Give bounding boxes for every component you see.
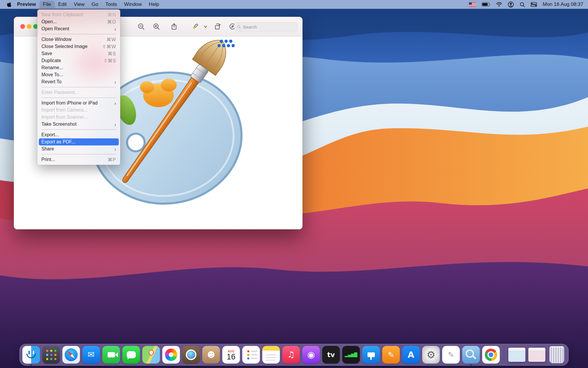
dock-item-tv[interactable]: tv bbox=[322, 346, 340, 364]
menu-item-close-selected-image[interactable]: Close Selected Image⇧⌘W bbox=[39, 43, 119, 50]
menu-item-share[interactable]: Share› bbox=[39, 145, 119, 152]
menu-item-label: Close Window bbox=[41, 37, 71, 42]
search-input[interactable] bbox=[242, 24, 295, 30]
user-icon[interactable] bbox=[508, 1, 514, 8]
menu-item-label: Enter Password... bbox=[41, 90, 78, 95]
dock-item-textedit[interactable]: ✎ bbox=[442, 346, 460, 364]
dock-separator bbox=[504, 347, 504, 363]
window-2-icon bbox=[528, 348, 545, 362]
dock-item-window-1[interactable] bbox=[508, 346, 526, 364]
dock-item-podcasts[interactable]: ◉ bbox=[302, 346, 320, 364]
rotate-left-button[interactable] bbox=[213, 21, 223, 32]
marker-style-chevron[interactable] bbox=[203, 25, 208, 29]
pages-icon: ✎ bbox=[382, 346, 400, 364]
dock-item-music[interactable]: ♫ bbox=[282, 346, 300, 364]
highlight-marker-icon bbox=[191, 23, 199, 30]
menu-item-print[interactable]: Print...⌘P bbox=[39, 156, 119, 163]
tv-glyph: tv bbox=[327, 352, 335, 358]
battery-icon[interactable] bbox=[482, 2, 490, 6]
dock-item-mail[interactable]: ✉ bbox=[82, 346, 100, 364]
dock-item-messages[interactable] bbox=[122, 346, 140, 364]
dock-item-calendar[interactable]: AUG16 bbox=[222, 346, 240, 364]
menubar-menu-view[interactable]: View bbox=[70, 1, 88, 8]
menu-item-export[interactable]: Export... bbox=[39, 131, 119, 138]
dock-item-photo-booth[interactable] bbox=[182, 346, 200, 364]
menu-item-rename[interactable]: Rename... bbox=[39, 64, 119, 71]
menu-item-move-to[interactable]: Move To... bbox=[39, 71, 119, 78]
wifi-icon[interactable] bbox=[496, 2, 502, 7]
menu-item-duplicate[interactable]: Duplicate⇧⌘S bbox=[39, 57, 119, 64]
menubar-menu-window[interactable]: Window bbox=[121, 1, 145, 8]
dock-item-facetime[interactable] bbox=[102, 346, 120, 364]
dock-item-trash[interactable] bbox=[548, 346, 566, 364]
menu-item-open[interactable]: Open...⌘O bbox=[39, 18, 119, 25]
system-preferences-icon: ⚙ bbox=[422, 346, 440, 364]
notes-glyph bbox=[266, 354, 276, 355]
menu-item-label: Open... bbox=[41, 19, 57, 24]
contacts-icon: ☻ bbox=[202, 346, 220, 364]
dock-item-window-2[interactable] bbox=[528, 346, 546, 364]
dock-item-preview[interactable] bbox=[462, 346, 480, 364]
minimize-button[interactable] bbox=[27, 24, 31, 29]
messages-icon bbox=[122, 346, 140, 364]
menu-item-import-from-camera: Import from Camera... bbox=[39, 107, 119, 114]
dock-item-app-store[interactable]: A bbox=[402, 346, 420, 364]
facetime-glyph bbox=[108, 352, 115, 357]
dock-item-finder[interactable] bbox=[22, 346, 40, 364]
spotlight-icon[interactable] bbox=[519, 2, 525, 7]
share-button[interactable] bbox=[169, 21, 179, 32]
zoom-out-button[interactable] bbox=[136, 21, 146, 32]
contacts-glyph: ☻ bbox=[207, 351, 215, 359]
menu-item-revert-to[interactable]: Revert To› bbox=[39, 78, 119, 85]
finder-icon bbox=[22, 346, 40, 364]
menu-item-shortcut: ⌘S bbox=[108, 51, 116, 57]
menu-item-import-from-iphone-or-ipad[interactable]: Import from iPhone or iPad› bbox=[39, 100, 119, 107]
zoom-in-button[interactable] bbox=[151, 21, 161, 32]
control-center-icon[interactable] bbox=[531, 2, 537, 7]
submenu-arrow-icon: › bbox=[114, 122, 116, 127]
menu-item-save[interactable]: Save⌘S bbox=[39, 50, 119, 57]
dock-item-maps[interactable] bbox=[142, 346, 160, 364]
dock-item-pages[interactable]: ✎ bbox=[382, 346, 400, 364]
highlight-marker-button[interactable] bbox=[190, 21, 200, 32]
menu-item-open-recent[interactable]: Open Recent› bbox=[39, 25, 119, 32]
dock-item-keynote[interactable] bbox=[362, 346, 380, 364]
toolbar-search-field[interactable] bbox=[234, 22, 297, 32]
dock-item-notes[interactable] bbox=[262, 346, 280, 364]
menu-item-take-screenshot[interactable]: Take Screenshot› bbox=[39, 121, 119, 128]
menubar-menu-file[interactable]: File bbox=[39, 1, 54, 8]
dock-item-stocks[interactable]: ▂▄▆█ bbox=[342, 346, 360, 364]
dock-item-safari[interactable] bbox=[62, 346, 80, 364]
zoom-out-icon bbox=[137, 23, 145, 30]
dock-item-system-preferences[interactable]: ⚙ bbox=[422, 346, 440, 364]
menubar-menu-edit[interactable]: Edit bbox=[55, 1, 70, 8]
zoom-in-icon bbox=[153, 23, 160, 30]
submenu-arrow-icon: › bbox=[114, 79, 116, 85]
dock-item-launchpad[interactable] bbox=[42, 346, 60, 364]
dock-item-photos[interactable] bbox=[162, 346, 180, 364]
menu-bar-clock[interactable]: Mon 16 Aug 08:37 bbox=[543, 1, 583, 7]
preview-icon bbox=[462, 346, 480, 364]
launchpad-icon bbox=[42, 346, 60, 364]
menu-separator bbox=[41, 97, 116, 98]
menu-item-label: Duplicate bbox=[41, 58, 61, 63]
app-store-icon: A bbox=[402, 346, 420, 364]
stocks-glyph: ▂▄▆█ bbox=[345, 353, 357, 357]
menubar-menu-go[interactable]: Go bbox=[88, 1, 102, 8]
menubar-menu-tools[interactable]: Tools bbox=[102, 1, 121, 8]
menu-item-label: Import from iPhone or iPad bbox=[41, 100, 98, 106]
app-menu-preview[interactable]: Preview bbox=[14, 1, 39, 7]
menu-separator bbox=[41, 34, 116, 34]
dock-item-contacts[interactable]: ☻ bbox=[202, 346, 220, 364]
dock-item-chrome[interactable] bbox=[482, 346, 500, 364]
close-button[interactable] bbox=[20, 24, 25, 29]
menubar-menus: FileEditViewGoToolsWindowHelp bbox=[39, 1, 163, 8]
music-icon: ♫ bbox=[282, 346, 300, 364]
apple-menu[interactable] bbox=[5, 1, 14, 7]
dock-item-reminders[interactable] bbox=[242, 346, 260, 364]
messages-glyph bbox=[127, 351, 136, 358]
us-flag-icon[interactable] bbox=[469, 2, 476, 7]
menu-item-export-as-pdf[interactable]: Export as PDF... bbox=[39, 138, 119, 145]
menu-item-close-window[interactable]: Close Window⌘W bbox=[39, 36, 119, 43]
menubar-menu-help[interactable]: Help bbox=[145, 1, 163, 8]
